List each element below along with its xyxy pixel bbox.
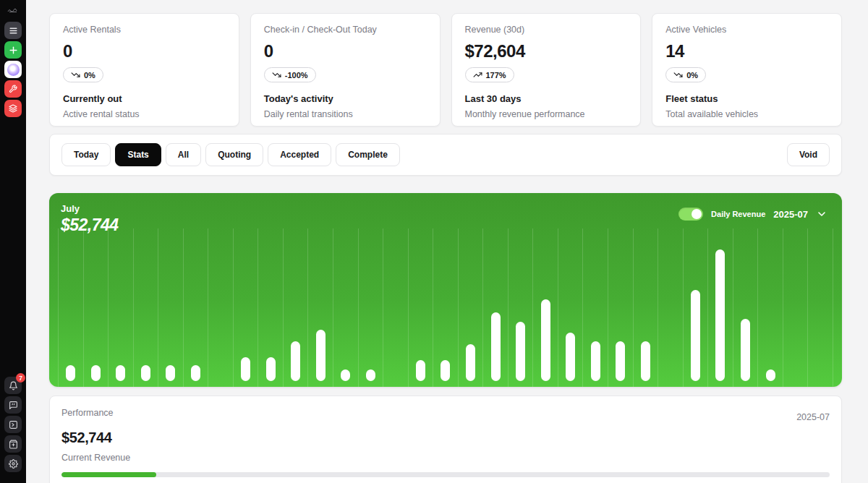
revenue-bar-day-11[interactable] <box>316 330 326 381</box>
revenue-bar-day-8[interactable] <box>241 357 250 381</box>
chart-column-day-2 <box>84 228 109 387</box>
revenue-bar-day-23[interactable] <box>616 341 625 381</box>
revenue-bar-day-20[interactable] <box>541 299 550 381</box>
filter-complete[interactable]: Complete <box>336 143 400 166</box>
add-button[interactable] <box>4 41 22 59</box>
revenue-bar-day-9[interactable] <box>266 357 276 381</box>
revenue-bar-day-6[interactable] <box>191 365 200 381</box>
layers-button[interactable] <box>4 100 22 117</box>
filter-stats[interactable]: Stats <box>115 143 161 166</box>
bell-icon <box>9 381 18 390</box>
revenue-bar-day-27[interactable] <box>715 249 725 381</box>
stat-card-value: 0 <box>63 41 226 61</box>
chart-column-day-31 <box>808 228 833 387</box>
revenue-bar-day-10[interactable] <box>291 341 300 381</box>
revenue-bar-day-5[interactable] <box>166 365 175 381</box>
settings-button[interactable] <box>4 455 22 472</box>
trend-badge: 0% <box>63 67 103 82</box>
period-selector[interactable]: 2025-07 <box>773 209 808 220</box>
chart-column-day-8 <box>234 228 259 387</box>
help-button[interactable] <box>4 396 22 414</box>
trend-delta: 0% <box>84 71 95 80</box>
stat-cards-row: Active Rentals 0 0% Currently out Active… <box>49 13 842 127</box>
daily-revenue-toggle[interactable] <box>678 208 703 221</box>
chart-columns <box>58 228 833 387</box>
chart-column-day-12 <box>333 228 359 387</box>
revenue-bar-day-19[interactable] <box>516 322 525 381</box>
notifications-button[interactable]: 7 <box>4 377 22 394</box>
revenue-bar-day-2[interactable] <box>91 365 101 381</box>
performance-label: Performance <box>61 408 114 418</box>
performance-header: Performance 2025-07 <box>61 408 830 422</box>
revenue-bar-day-16[interactable] <box>441 360 450 381</box>
filter-all[interactable]: All <box>166 143 201 166</box>
revenue-bar-day-17[interactable] <box>466 344 475 381</box>
chart-column-day-1 <box>58 228 84 387</box>
revenue-bar-day-1[interactable] <box>66 365 75 381</box>
stat-card-revenue-30d: Revenue (30d) $72,604 177% Last 30 days … <box>451 13 642 127</box>
chart-title-block: July $52,744 <box>61 203 119 235</box>
filter-void[interactable]: Void <box>787 143 830 166</box>
revenue-bar-day-21[interactable] <box>566 333 575 381</box>
menu-button[interactable] <box>4 22 22 39</box>
chart-column-day-11 <box>308 228 333 387</box>
revenue-bar-day-4[interactable] <box>141 365 150 381</box>
lens-button[interactable] <box>4 61 22 78</box>
revenue-bar-day-13[interactable] <box>366 369 375 381</box>
chart-month-total: $52,744 <box>61 215 119 235</box>
message-help-icon <box>9 401 18 410</box>
chart-controls: Daily Revenue 2025-07 <box>678 207 827 221</box>
stat-card-label: Revenue (30d) <box>465 25 628 35</box>
menu-icon <box>9 26 18 35</box>
trending-down-icon <box>71 70 80 80</box>
revenue-progress-track <box>61 472 830 477</box>
chart-column-day-7 <box>208 228 234 387</box>
trend-delta: -100% <box>285 71 308 80</box>
chart-column-day-6 <box>184 228 209 387</box>
chart-month-label: July <box>61 203 119 214</box>
scribble-logo-icon <box>7 7 19 13</box>
chart-column-day-20 <box>533 228 558 387</box>
revenue-bar-day-24[interactable] <box>641 341 650 381</box>
stat-card-subtitle: Daily rental transitions <box>264 109 427 119</box>
stat-card-title: Currently out <box>63 93 226 104</box>
filter-accepted[interactable]: Accepted <box>268 143 331 166</box>
stat-card-label: Check-in / Check-Out Today <box>264 25 427 35</box>
revenue-bar-day-22[interactable] <box>591 341 600 381</box>
tools-button[interactable] <box>4 80 22 98</box>
revenue-bar-day-3[interactable] <box>116 365 125 381</box>
chart-column-day-18 <box>483 228 509 387</box>
shopping-bag-icon <box>9 440 18 449</box>
revenue-bar-day-12[interactable] <box>341 369 350 381</box>
chart-column-day-16 <box>433 228 459 387</box>
performance-caption: Current Revenue <box>61 453 830 463</box>
filter-today[interactable]: Today <box>61 143 111 166</box>
sidebar: 7 <box>0 0 26 483</box>
stat-card-value: 14 <box>665 41 828 61</box>
toggle-knob <box>692 209 702 219</box>
chevron-down-icon[interactable] <box>816 208 827 220</box>
stat-card-subtitle: Total available vehicles <box>665 109 828 119</box>
revenue-bar-day-29[interactable] <box>766 369 775 381</box>
stat-card-checkin-checkout: Check-in / Check-Out Today 0 -100% Today… <box>250 13 441 127</box>
lens-icon <box>7 64 20 76</box>
revenue-bar-day-15[interactable] <box>416 360 425 381</box>
chart-column-day-15 <box>409 228 434 387</box>
trend-badge: 177% <box>465 67 514 82</box>
chart-column-day-22 <box>583 228 608 387</box>
stat-card-value: 0 <box>264 41 427 61</box>
chart-header: July $52,744 Daily Revenue 2025-07 <box>49 193 842 235</box>
terminal-button[interactable] <box>4 416 22 433</box>
store-button[interactable] <box>4 435 22 453</box>
filter-quoting[interactable]: Quoting <box>205 143 263 166</box>
chart-column-day-13 <box>359 228 384 387</box>
revenue-bar-day-28[interactable] <box>741 319 750 381</box>
chart-column-day-21 <box>558 228 584 387</box>
stat-card-subtitle: Monthly revenue performance <box>465 109 628 119</box>
stat-card-active-rentals: Active Rentals 0 0% Currently out Active… <box>49 13 239 127</box>
stat-card-title: Last 30 days <box>465 93 628 104</box>
revenue-bar-day-26[interactable] <box>691 290 700 381</box>
revenue-bar-day-18[interactable] <box>491 312 501 381</box>
trending-down-icon <box>272 70 281 80</box>
stat-card-title: Today's activity <box>264 93 427 104</box>
